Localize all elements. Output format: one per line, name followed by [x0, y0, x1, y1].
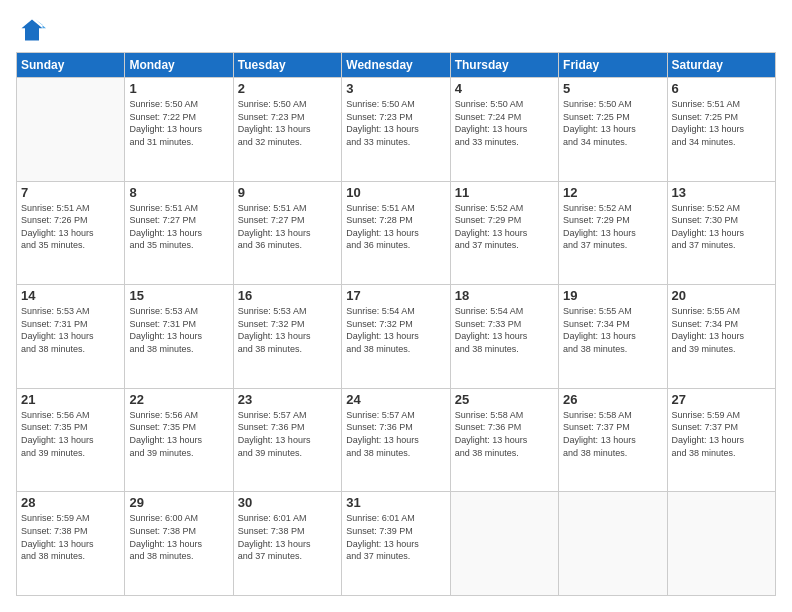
weekday-header-wednesday: Wednesday: [342, 53, 450, 78]
calendar-cell: 4Sunrise: 5:50 AMSunset: 7:24 PMDaylight…: [450, 78, 558, 182]
calendar-cell: 19Sunrise: 5:55 AMSunset: 7:34 PMDayligh…: [559, 285, 667, 389]
day-number: 3: [346, 81, 445, 96]
calendar-cell: 27Sunrise: 5:59 AMSunset: 7:37 PMDayligh…: [667, 388, 775, 492]
day-info: Sunrise: 5:50 AMSunset: 7:23 PMDaylight:…: [346, 98, 445, 148]
calendar-cell: 10Sunrise: 5:51 AMSunset: 7:28 PMDayligh…: [342, 181, 450, 285]
logo: [16, 16, 50, 44]
calendar-cell: 16Sunrise: 5:53 AMSunset: 7:32 PMDayligh…: [233, 285, 341, 389]
day-number: 7: [21, 185, 120, 200]
day-info: Sunrise: 5:51 AMSunset: 7:28 PMDaylight:…: [346, 202, 445, 252]
day-number: 4: [455, 81, 554, 96]
calendar-cell: 18Sunrise: 5:54 AMSunset: 7:33 PMDayligh…: [450, 285, 558, 389]
day-number: 22: [129, 392, 228, 407]
day-info: Sunrise: 5:59 AMSunset: 7:38 PMDaylight:…: [21, 512, 120, 562]
calendar-table: SundayMondayTuesdayWednesdayThursdayFrid…: [16, 52, 776, 596]
weekday-header-tuesday: Tuesday: [233, 53, 341, 78]
calendar-cell: 30Sunrise: 6:01 AMSunset: 7:38 PMDayligh…: [233, 492, 341, 596]
day-number: 17: [346, 288, 445, 303]
day-number: 14: [21, 288, 120, 303]
calendar-cell: 14Sunrise: 5:53 AMSunset: 7:31 PMDayligh…: [17, 285, 125, 389]
day-info: Sunrise: 5:57 AMSunset: 7:36 PMDaylight:…: [238, 409, 337, 459]
day-number: 28: [21, 495, 120, 510]
calendar-cell: 8Sunrise: 5:51 AMSunset: 7:27 PMDaylight…: [125, 181, 233, 285]
day-info: Sunrise: 5:58 AMSunset: 7:36 PMDaylight:…: [455, 409, 554, 459]
day-info: Sunrise: 5:51 AMSunset: 7:27 PMDaylight:…: [238, 202, 337, 252]
day-number: 8: [129, 185, 228, 200]
weekday-header-thursday: Thursday: [450, 53, 558, 78]
weekday-header-saturday: Saturday: [667, 53, 775, 78]
header: [16, 16, 776, 44]
day-number: 25: [455, 392, 554, 407]
day-number: 11: [455, 185, 554, 200]
calendar-cell: 6Sunrise: 5:51 AMSunset: 7:25 PMDaylight…: [667, 78, 775, 182]
day-number: 24: [346, 392, 445, 407]
day-number: 13: [672, 185, 771, 200]
calendar-cell: 3Sunrise: 5:50 AMSunset: 7:23 PMDaylight…: [342, 78, 450, 182]
day-number: 27: [672, 392, 771, 407]
day-info: Sunrise: 5:50 AMSunset: 7:22 PMDaylight:…: [129, 98, 228, 148]
day-number: 26: [563, 392, 662, 407]
calendar-cell: 20Sunrise: 5:55 AMSunset: 7:34 PMDayligh…: [667, 285, 775, 389]
calendar-cell: 17Sunrise: 5:54 AMSunset: 7:32 PMDayligh…: [342, 285, 450, 389]
day-number: 10: [346, 185, 445, 200]
day-info: Sunrise: 5:58 AMSunset: 7:37 PMDaylight:…: [563, 409, 662, 459]
day-number: 12: [563, 185, 662, 200]
day-number: 29: [129, 495, 228, 510]
calendar-cell: 11Sunrise: 5:52 AMSunset: 7:29 PMDayligh…: [450, 181, 558, 285]
day-number: 9: [238, 185, 337, 200]
calendar-cell: [17, 78, 125, 182]
day-number: 31: [346, 495, 445, 510]
calendar-week-row: 7Sunrise: 5:51 AMSunset: 7:26 PMDaylight…: [17, 181, 776, 285]
calendar-cell: 15Sunrise: 5:53 AMSunset: 7:31 PMDayligh…: [125, 285, 233, 389]
day-info: Sunrise: 5:55 AMSunset: 7:34 PMDaylight:…: [672, 305, 771, 355]
calendar-cell: 29Sunrise: 6:00 AMSunset: 7:38 PMDayligh…: [125, 492, 233, 596]
calendar-cell: 23Sunrise: 5:57 AMSunset: 7:36 PMDayligh…: [233, 388, 341, 492]
weekday-header-row: SundayMondayTuesdayWednesdayThursdayFrid…: [17, 53, 776, 78]
day-info: Sunrise: 5:59 AMSunset: 7:37 PMDaylight:…: [672, 409, 771, 459]
calendar-cell: 13Sunrise: 5:52 AMSunset: 7:30 PMDayligh…: [667, 181, 775, 285]
calendar-cell: [559, 492, 667, 596]
day-info: Sunrise: 5:53 AMSunset: 7:32 PMDaylight:…: [238, 305, 337, 355]
day-info: Sunrise: 6:00 AMSunset: 7:38 PMDaylight:…: [129, 512, 228, 562]
day-number: 30: [238, 495, 337, 510]
calendar-cell: 1Sunrise: 5:50 AMSunset: 7:22 PMDaylight…: [125, 78, 233, 182]
calendar-cell: 26Sunrise: 5:58 AMSunset: 7:37 PMDayligh…: [559, 388, 667, 492]
weekday-header-monday: Monday: [125, 53, 233, 78]
day-number: 15: [129, 288, 228, 303]
calendar-cell: [667, 492, 775, 596]
calendar-cell: [450, 492, 558, 596]
day-info: Sunrise: 5:54 AMSunset: 7:33 PMDaylight:…: [455, 305, 554, 355]
day-info: Sunrise: 5:50 AMSunset: 7:25 PMDaylight:…: [563, 98, 662, 148]
day-info: Sunrise: 5:51 AMSunset: 7:25 PMDaylight:…: [672, 98, 771, 148]
calendar-cell: 9Sunrise: 5:51 AMSunset: 7:27 PMDaylight…: [233, 181, 341, 285]
logo-icon: [18, 16, 46, 44]
day-info: Sunrise: 5:50 AMSunset: 7:23 PMDaylight:…: [238, 98, 337, 148]
calendar-cell: 12Sunrise: 5:52 AMSunset: 7:29 PMDayligh…: [559, 181, 667, 285]
calendar-cell: 7Sunrise: 5:51 AMSunset: 7:26 PMDaylight…: [17, 181, 125, 285]
day-info: Sunrise: 5:50 AMSunset: 7:24 PMDaylight:…: [455, 98, 554, 148]
day-number: 6: [672, 81, 771, 96]
page: SundayMondayTuesdayWednesdayThursdayFrid…: [0, 0, 792, 612]
calendar-week-row: 28Sunrise: 5:59 AMSunset: 7:38 PMDayligh…: [17, 492, 776, 596]
calendar-cell: 25Sunrise: 5:58 AMSunset: 7:36 PMDayligh…: [450, 388, 558, 492]
calendar-week-row: 14Sunrise: 5:53 AMSunset: 7:31 PMDayligh…: [17, 285, 776, 389]
calendar-cell: 24Sunrise: 5:57 AMSunset: 7:36 PMDayligh…: [342, 388, 450, 492]
day-info: Sunrise: 6:01 AMSunset: 7:39 PMDaylight:…: [346, 512, 445, 562]
day-info: Sunrise: 5:57 AMSunset: 7:36 PMDaylight:…: [346, 409, 445, 459]
day-info: Sunrise: 5:56 AMSunset: 7:35 PMDaylight:…: [21, 409, 120, 459]
calendar-week-row: 21Sunrise: 5:56 AMSunset: 7:35 PMDayligh…: [17, 388, 776, 492]
calendar-cell: 5Sunrise: 5:50 AMSunset: 7:25 PMDaylight…: [559, 78, 667, 182]
calendar-cell: 28Sunrise: 5:59 AMSunset: 7:38 PMDayligh…: [17, 492, 125, 596]
day-info: Sunrise: 5:54 AMSunset: 7:32 PMDaylight:…: [346, 305, 445, 355]
day-number: 20: [672, 288, 771, 303]
day-number: 19: [563, 288, 662, 303]
day-info: Sunrise: 5:56 AMSunset: 7:35 PMDaylight:…: [129, 409, 228, 459]
day-number: 18: [455, 288, 554, 303]
day-info: Sunrise: 5:51 AMSunset: 7:26 PMDaylight:…: [21, 202, 120, 252]
day-info: Sunrise: 5:51 AMSunset: 7:27 PMDaylight:…: [129, 202, 228, 252]
day-info: Sunrise: 6:01 AMSunset: 7:38 PMDaylight:…: [238, 512, 337, 562]
day-number: 1: [129, 81, 228, 96]
calendar-cell: 22Sunrise: 5:56 AMSunset: 7:35 PMDayligh…: [125, 388, 233, 492]
day-info: Sunrise: 5:53 AMSunset: 7:31 PMDaylight:…: [129, 305, 228, 355]
day-number: 21: [21, 392, 120, 407]
